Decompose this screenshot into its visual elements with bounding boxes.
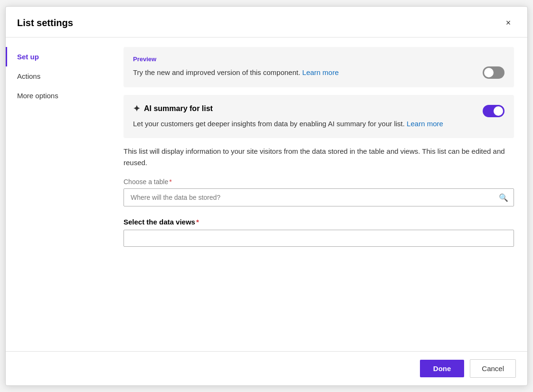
main-content: Preview Try the new and improved version… xyxy=(110,37,527,351)
preview-toggle[interactable] xyxy=(483,66,504,79)
sidebar-item-setup[interactable]: Set up xyxy=(6,47,110,66)
list-description: This list will display information to yo… xyxy=(124,146,514,168)
ai-card-description: Let your customers get deeper insights f… xyxy=(133,119,504,130)
preview-text: Try the new and improved version of this… xyxy=(133,67,339,78)
table-search-icon: 🔍 xyxy=(499,193,508,202)
select-views-label: Select the data views* xyxy=(124,218,514,226)
preview-learn-more-link[interactable]: Learn more xyxy=(302,68,339,76)
dialog-body: Set up Actions More options Preview Try … xyxy=(6,37,527,351)
done-button[interactable]: Done xyxy=(420,360,465,377)
ai-toggle[interactable] xyxy=(483,105,504,117)
sidebar-item-more-options[interactable]: More options xyxy=(6,86,110,105)
choose-table-wrapper: 🔍 xyxy=(124,188,514,206)
list-settings-dialog: List settings × Set up Actions More opti… xyxy=(5,6,528,386)
cancel-button[interactable]: Cancel xyxy=(470,359,516,378)
sidebar-item-actions-label: Actions xyxy=(17,72,40,80)
choose-table-label: Choose a table* xyxy=(124,178,514,186)
preview-card: Preview Try the new and improved version… xyxy=(124,47,514,87)
sidebar: Set up Actions More options xyxy=(6,37,110,351)
ai-toggle-wrapper[interactable] xyxy=(483,105,504,117)
ai-sparkle-icon: ✦ xyxy=(133,103,140,114)
dialog-overlay: List settings × Set up Actions More opti… xyxy=(0,0,533,392)
sidebar-item-actions[interactable]: Actions xyxy=(6,66,110,86)
ai-toggle-slider xyxy=(483,105,504,117)
preview-toggle-wrapper[interactable] xyxy=(483,66,504,79)
preview-card-row: Try the new and improved version of this… xyxy=(133,66,504,79)
close-button[interactable]: × xyxy=(501,15,516,30)
sidebar-item-more-options-label: More options xyxy=(17,92,58,100)
dialog-header: List settings × xyxy=(6,7,527,37)
sidebar-item-setup-label: Set up xyxy=(17,53,39,61)
preview-toggle-slider xyxy=(483,66,504,79)
preview-label: Preview xyxy=(133,56,504,63)
ai-card-title-text: AI summary for list xyxy=(144,104,213,113)
dialog-title: List settings xyxy=(17,18,73,28)
choose-table-input[interactable] xyxy=(124,188,514,206)
ai-summary-card: ✦ AI summary for list Let your customers… xyxy=(124,95,514,138)
ai-learn-more-link[interactable]: Learn more xyxy=(407,120,443,128)
dialog-footer: Done Cancel xyxy=(6,351,527,385)
ai-card-title-row: ✦ AI summary for list xyxy=(133,103,213,114)
ai-card-header-row: ✦ AI summary for list xyxy=(133,103,504,119)
select-views-input[interactable] xyxy=(124,230,514,247)
